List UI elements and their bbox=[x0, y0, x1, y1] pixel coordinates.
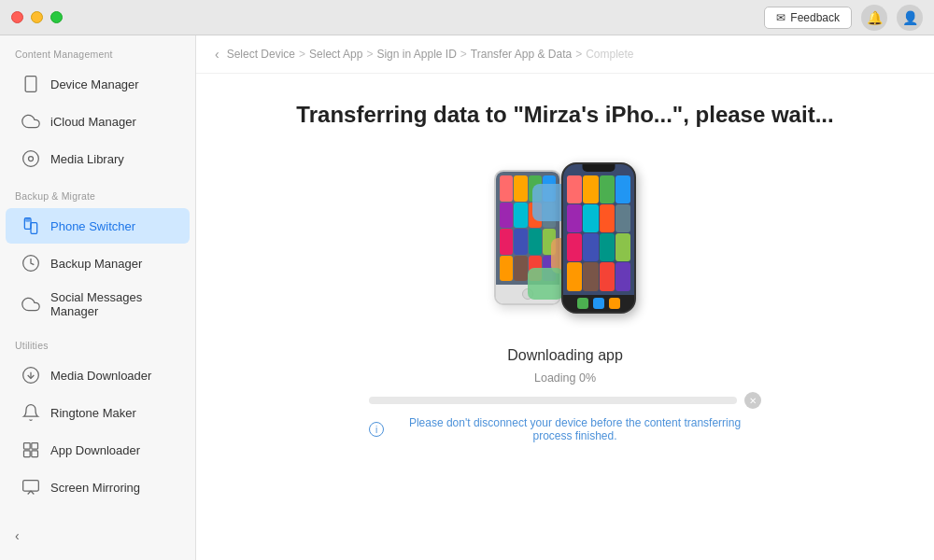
progress-bar-background bbox=[369, 397, 737, 404]
backup-manager-label: Backup Manager bbox=[50, 257, 142, 271]
status-label: Downloading app bbox=[507, 347, 623, 364]
progress-cancel-button[interactable]: ✕ bbox=[744, 392, 761, 409]
sidebar-item-screen-mirroring[interactable]: Screen Mirroring bbox=[6, 469, 190, 505]
sidebar-item-ringtone-maker[interactable]: Ringtone Maker bbox=[6, 395, 190, 430]
traffic-lights bbox=[11, 11, 63, 23]
device-manager-icon bbox=[21, 74, 41, 94]
app-icon bbox=[600, 175, 615, 203]
app-icon bbox=[514, 256, 527, 282]
app-icon bbox=[583, 175, 598, 203]
svg-rect-9 bbox=[24, 443, 31, 450]
minimize-button[interactable] bbox=[31, 11, 43, 23]
source-screen bbox=[496, 172, 559, 285]
app-icon bbox=[500, 203, 513, 229]
phone-switcher-icon bbox=[21, 216, 41, 236]
app-downloader-icon bbox=[21, 440, 41, 460]
svg-rect-11 bbox=[24, 451, 31, 457]
bc-transfer: Transfer App & Data bbox=[471, 48, 572, 61]
media-library-label: Media Library bbox=[50, 152, 124, 166]
app-icon bbox=[543, 175, 556, 202]
progress-bar-wrap: ✕ bbox=[369, 392, 761, 409]
titlebar-right: ✉ Feedback 🔔 👤 bbox=[764, 5, 923, 31]
app-icon bbox=[514, 175, 527, 202]
ringtone-maker-label: Ringtone Maker bbox=[50, 406, 136, 420]
app-icon bbox=[543, 256, 556, 282]
source-phone-bottom bbox=[496, 285, 559, 303]
phone-animation bbox=[234, 156, 897, 319]
sidebar-item-backup-manager[interactable]: Backup Manager bbox=[6, 245, 190, 281]
app-icon bbox=[567, 175, 582, 203]
app-icon bbox=[600, 204, 615, 232]
bc-select-device: Select Device bbox=[227, 48, 295, 61]
app-icon bbox=[529, 256, 542, 282]
app-icon bbox=[616, 262, 630, 290]
app-icon bbox=[543, 229, 556, 255]
svg-rect-5 bbox=[31, 223, 37, 234]
breadcrumb-back[interactable]: ‹ bbox=[215, 47, 219, 62]
sidebar-item-media-downloader[interactable]: Media Downloader bbox=[6, 357, 190, 393]
screen-mirroring-label: Screen Mirroring bbox=[50, 481, 140, 495]
source-phone bbox=[494, 170, 561, 305]
app-downloader-label: App Downloader bbox=[50, 443, 140, 457]
warning-message: i Please don't disconnect your device be… bbox=[369, 416, 761, 442]
bc-sep-3: > bbox=[460, 48, 467, 61]
close-button[interactable] bbox=[11, 11, 23, 23]
svg-point-3 bbox=[29, 157, 34, 161]
app-icon bbox=[529, 175, 542, 202]
sidebar-item-app-downloader[interactable]: App Downloader bbox=[6, 432, 190, 468]
svg-rect-12 bbox=[32, 451, 38, 457]
backup-manager-icon bbox=[21, 253, 41, 273]
svg-rect-10 bbox=[32, 443, 38, 450]
svg-rect-13 bbox=[23, 481, 39, 492]
app-icon bbox=[567, 233, 582, 261]
sidebar-item-device-manager[interactable]: Device Manager bbox=[6, 66, 190, 102]
bc-complete: Complete bbox=[586, 48, 633, 61]
notification-icon[interactable]: 🔔 bbox=[861, 5, 887, 31]
breadcrumb: ‹ Select Device > Select App > Sign in A… bbox=[196, 35, 934, 74]
home-button bbox=[522, 288, 533, 300]
transfer-area: Transferring data to "Mirza's iPho...", … bbox=[196, 74, 934, 560]
app-icon bbox=[583, 262, 598, 290]
section-content-label: Content Management bbox=[0, 35, 195, 65]
app-icon bbox=[500, 175, 513, 202]
media-library-icon bbox=[21, 148, 41, 169]
app-icon bbox=[616, 175, 630, 203]
dock-icon bbox=[593, 298, 604, 309]
sidebar-item-phone-switcher[interactable]: Phone Switcher bbox=[6, 208, 190, 244]
email-icon: ✉ bbox=[776, 11, 785, 24]
transfer-title: Transferring data to "Mirza's iPho...", … bbox=[296, 102, 833, 128]
app-icon bbox=[529, 203, 542, 229]
bc-sep-4: > bbox=[575, 48, 582, 61]
media-downloader-icon bbox=[21, 365, 41, 385]
maximize-button[interactable] bbox=[50, 11, 63, 23]
app-icon bbox=[567, 262, 582, 290]
avatar[interactable]: 👤 bbox=[897, 5, 923, 31]
dock-icon bbox=[577, 298, 588, 309]
app-icon bbox=[514, 229, 527, 255]
sidebar-collapse-button[interactable]: ‹ bbox=[0, 521, 195, 551]
app-icon bbox=[500, 256, 513, 282]
chevron-left-icon: ‹ bbox=[15, 528, 20, 543]
destination-phone-bottom bbox=[563, 295, 634, 312]
svg-rect-0 bbox=[25, 77, 36, 92]
svg-point-2 bbox=[23, 151, 39, 167]
section-backup-label: Backup & Migrate bbox=[0, 177, 195, 207]
app-icon bbox=[600, 262, 615, 290]
app-icon bbox=[543, 203, 556, 229]
device-manager-label: Device Manager bbox=[50, 77, 139, 91]
app-icon bbox=[529, 229, 542, 255]
app-icon bbox=[583, 204, 598, 232]
sidebar-item-social-messages[interactable]: Social Messages Manager bbox=[6, 283, 190, 326]
icloud-icon bbox=[21, 111, 41, 132]
content-area: ‹ Select Device > Select App > Sign in A… bbox=[196, 35, 934, 560]
ringtone-maker-icon bbox=[21, 402, 41, 423]
titlebar: ✉ Feedback 🔔 👤 bbox=[0, 0, 934, 35]
sidebar-item-icloud-manager[interactable]: iCloud Manager bbox=[6, 104, 190, 139]
sidebar: Content Management Device Manager iCloud… bbox=[0, 35, 196, 560]
feedback-button[interactable]: ✉ Feedback bbox=[764, 7, 852, 29]
bc-sep-1: > bbox=[299, 48, 305, 61]
progress-percentage: Loading 0% bbox=[534, 371, 596, 385]
app-icon bbox=[514, 203, 527, 229]
sidebar-item-media-library[interactable]: Media Library bbox=[6, 141, 190, 176]
media-downloader-label: Media Downloader bbox=[50, 369, 151, 383]
